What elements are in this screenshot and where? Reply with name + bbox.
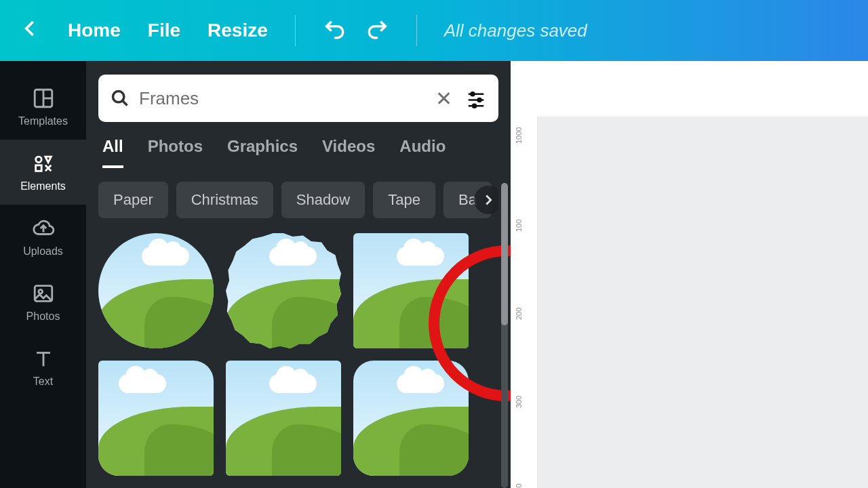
canvas-area: 1000 100 200 300 400 Click and drag the … [511, 61, 868, 488]
suggestion-chips: Paper Christmas Shadow Tape Ba [98, 182, 498, 218]
resize-button[interactable]: Resize [208, 20, 268, 41]
sidebar-item-elements[interactable]: Elements [0, 140, 86, 205]
frame-square-2[interactable] [226, 361, 341, 476]
chip-christmas[interactable]: Christmas [176, 182, 273, 218]
chevron-right-icon [481, 192, 496, 207]
uploads-icon [32, 217, 55, 240]
search-input[interactable] [139, 88, 422, 109]
sidebar-item-label: Elements [20, 180, 66, 192]
undo-button[interactable] [323, 18, 346, 43]
sidebar-item-templates[interactable]: Templates [0, 75, 86, 140]
elements-icon [32, 152, 55, 175]
sidebar-item-text[interactable]: Text [0, 335, 86, 400]
svg-point-13 [471, 92, 475, 96]
chips-next-button[interactable] [474, 186, 498, 214]
svg-point-15 [478, 98, 481, 102]
canvas-toolbar-space [511, 61, 868, 117]
tab-audio[interactable]: Audio [399, 137, 446, 168]
ruler-tick: 200 [515, 308, 523, 320]
history-controls [323, 18, 389, 43]
filter-icon[interactable] [466, 88, 486, 108]
frame-square[interactable] [353, 233, 469, 348]
canvas[interactable] [538, 117, 868, 488]
svg-line-11 [123, 101, 127, 106]
sidebar-item-photos[interactable]: Photos [0, 270, 86, 335]
tab-photos[interactable]: Photos [148, 137, 203, 168]
redo-button[interactable] [366, 18, 389, 43]
sidebar-item-label: Uploads [23, 245, 63, 258]
toolbar-divider [416, 15, 417, 46]
elements-panel: ✕ All Photos Graphics Videos Audio Paper… [86, 61, 511, 488]
templates-icon [32, 87, 55, 110]
tab-graphics[interactable]: Graphics [227, 137, 298, 168]
chip-shadow[interactable]: Shadow [281, 182, 366, 218]
chip-tape[interactable]: Tape [373, 182, 435, 218]
ruler-tick: 400 [515, 484, 523, 488]
frame-wavy[interactable] [226, 233, 341, 348]
vertical-ruler: 1000 100 200 300 400 [511, 117, 538, 488]
svg-point-10 [113, 92, 124, 102]
chip-paper[interactable]: Paper [98, 182, 168, 218]
save-status: All changes saved [444, 20, 587, 41]
frame-circle[interactable] [98, 233, 214, 348]
file-menu[interactable]: File [148, 20, 180, 41]
back-button[interactable] [20, 16, 41, 45]
svg-rect-5 [35, 165, 41, 171]
tab-all[interactable]: All [102, 137, 123, 168]
svg-point-3 [35, 157, 41, 163]
ruler-tick: 1000 [515, 127, 523, 144]
search-bar: ✕ [98, 75, 498, 122]
photos-icon [32, 282, 55, 305]
svg-point-17 [473, 104, 476, 108]
toolbar-divider [295, 15, 296, 46]
svg-marker-4 [45, 157, 51, 163]
sidebar-item-label: Photos [26, 310, 60, 323]
frame-rounded[interactable] [353, 361, 469, 476]
sidebar-item-uploads[interactable]: Uploads [0, 205, 86, 270]
sidebar-item-label: Templates [18, 115, 68, 127]
text-icon [32, 347, 55, 370]
search-icon [111, 89, 130, 108]
svg-point-7 [38, 289, 42, 293]
sidebar-item-label: Text [33, 375, 53, 388]
filter-tabs: All Photos Graphics Videos Audio [102, 137, 494, 168]
main-row: Templates Elements Uploads Photos Text ✕… [0, 61, 868, 488]
scrollbar[interactable] [501, 183, 508, 488]
tab-videos[interactable]: Videos [322, 137, 375, 168]
left-sidebar: Templates Elements Uploads Photos Text [0, 61, 86, 488]
scrollbar-thumb[interactable] [501, 183, 508, 325]
ruler-tick: 100 [515, 220, 523, 232]
frame-results [98, 233, 498, 476]
top-toolbar: Home File Resize All changes saved [0, 0, 868, 61]
home-button[interactable]: Home [68, 20, 121, 41]
clear-search-button[interactable]: ✕ [431, 87, 456, 110]
ruler-tick: 300 [515, 396, 523, 408]
frame-angled[interactable] [98, 361, 214, 476]
